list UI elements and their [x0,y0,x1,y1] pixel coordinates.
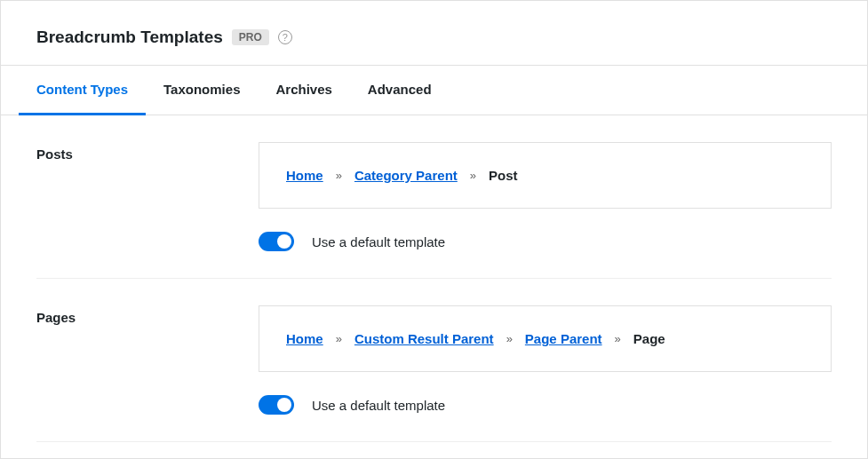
section-label-posts: Posts [36,142,259,251]
breadcrumb-link-home[interactable]: Home [286,331,323,346]
content-area: Posts Home » Category Parent » Post Use … [1,115,867,442]
chevron-right-icon: » [615,332,621,345]
tabs: Content Types Taxonomies Archives Advanc… [1,65,867,115]
tab-advanced[interactable]: Advanced [350,66,450,115]
toggle-knob [277,398,291,412]
section-pages: Pages Home » Custom Result Parent » Page… [36,305,832,442]
toggle-row-pages: Use a default template [259,395,832,415]
breadcrumb-preview-pages: Home » Custom Result Parent » Page Paren… [259,305,832,372]
section-body-posts: Home » Category Parent » Post Use a defa… [259,142,832,251]
breadcrumb-link-category-parent[interactable]: Category Parent [354,168,458,183]
default-template-toggle-posts[interactable] [259,232,294,251]
tab-archives[interactable]: Archives [258,66,349,115]
breadcrumb-link-page-parent[interactable]: Page Parent [525,331,602,346]
section-label-pages: Pages [36,305,259,415]
chevron-right-icon: » [470,169,476,182]
help-icon[interactable]: ? [278,30,292,44]
toggle-row-posts: Use a default template [259,232,832,251]
page-title: Breadcrumb Templates [36,28,223,47]
tab-content-types[interactable]: Content Types [19,66,146,115]
breadcrumb-current-post: Post [489,168,518,183]
breadcrumb-link-custom-result-parent[interactable]: Custom Result Parent [354,331,494,346]
chevron-right-icon: » [336,332,342,345]
tab-taxonomies[interactable]: Taxonomies [146,66,258,115]
toggle-label-pages: Use a default template [312,398,445,413]
section-body-pages: Home » Custom Result Parent » Page Paren… [259,305,832,415]
chevron-right-icon: » [506,332,513,345]
toggle-knob [277,234,291,249]
default-template-toggle-pages[interactable] [259,395,294,415]
panel-header: Breadcrumb Templates PRO ? [1,1,867,65]
breadcrumb-current-page: Page [633,331,665,346]
section-posts: Posts Home » Category Parent » Post Use … [36,142,832,279]
breadcrumb-link-home[interactable]: Home [286,168,323,183]
pro-badge: PRO [232,29,269,45]
breadcrumb-preview-posts: Home » Category Parent » Post [259,142,832,209]
breadcrumb-templates-panel: Breadcrumb Templates PRO ? Content Types… [0,0,868,459]
chevron-right-icon: » [336,169,342,182]
toggle-label-posts: Use a default template [312,234,445,249]
